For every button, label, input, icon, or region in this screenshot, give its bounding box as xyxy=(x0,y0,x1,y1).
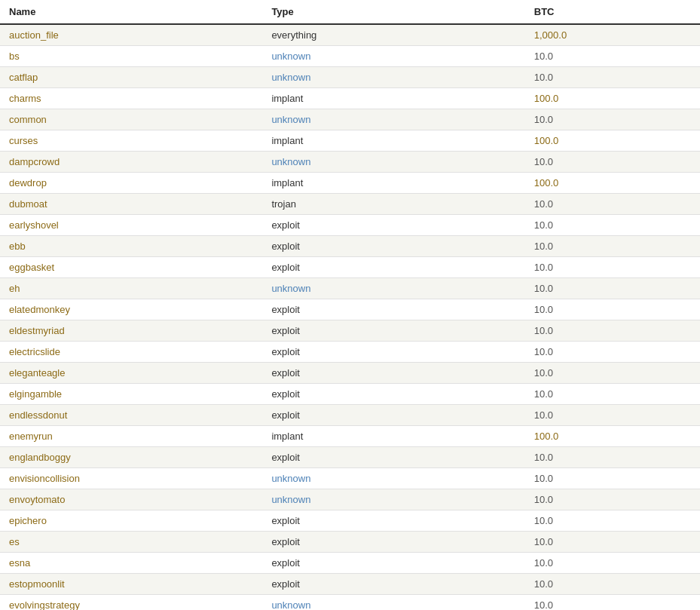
cell-type: exploit xyxy=(262,532,524,553)
cell-name: es xyxy=(0,532,262,553)
table-row[interactable]: earlyshovelexploit10.0 xyxy=(0,215,700,236)
column-header-type: Type xyxy=(262,0,524,24)
cell-type: implant xyxy=(262,88,524,109)
table-row[interactable]: charmsimplant100.0 xyxy=(0,88,700,109)
cell-btc: 10.0 xyxy=(525,109,700,130)
cell-name: elatedmonkey xyxy=(0,299,262,320)
cell-name: catflap xyxy=(0,67,262,88)
cell-name: auction_file xyxy=(0,24,262,46)
cell-type: exploit xyxy=(262,405,524,426)
cell-type: exploit xyxy=(262,342,524,363)
table-row[interactable]: eleganteagleexploit10.0 xyxy=(0,363,700,384)
cell-type: trojan xyxy=(262,194,524,215)
cell-name: ebb xyxy=(0,236,262,257)
cell-name: eldestmyriad xyxy=(0,320,262,342)
cell-btc: 100.0 xyxy=(525,130,700,152)
cell-btc: 10.0 xyxy=(525,342,700,363)
table-row[interactable]: enemyrunimplant100.0 xyxy=(0,426,700,447)
table-row[interactable]: dubmoattrojan10.0 xyxy=(0,194,700,215)
cell-btc: 10.0 xyxy=(525,532,700,553)
cell-type: exploit xyxy=(262,215,524,236)
data-table: Name Type BTC auction_fileeverything1,00… xyxy=(0,0,700,610)
table-row[interactable]: commonunknown10.0 xyxy=(0,109,700,130)
cell-btc: 10.0 xyxy=(525,215,700,236)
table-header-row: Name Type BTC xyxy=(0,0,700,24)
cell-name: common xyxy=(0,109,262,130)
cell-type: unknown xyxy=(262,595,524,611)
column-header-name: Name xyxy=(0,0,262,24)
table-row[interactable]: esnaexploit10.0 xyxy=(0,553,700,574)
cell-name: electricslide xyxy=(0,342,262,363)
table-row[interactable]: envoytomatounknown10.0 xyxy=(0,489,700,510)
table-row[interactable]: envisioncollisionunknown10.0 xyxy=(0,468,700,489)
table-row[interactable]: ebbexploit10.0 xyxy=(0,236,700,257)
cell-btc: 10.0 xyxy=(525,595,700,611)
table-row[interactable]: englandboggyexploit10.0 xyxy=(0,447,700,468)
cell-btc: 10.0 xyxy=(525,447,700,468)
table-row[interactable]: dewdropimplant100.0 xyxy=(0,173,700,194)
cell-type: exploit xyxy=(262,320,524,342)
cell-btc: 100.0 xyxy=(525,88,700,109)
table-row[interactable]: elgingambleexploit10.0 xyxy=(0,384,700,405)
table-row[interactable]: cursesimplant100.0 xyxy=(0,130,700,152)
cell-type: exploit xyxy=(262,257,524,278)
cell-type: unknown xyxy=(262,109,524,130)
cell-name: dewdrop xyxy=(0,173,262,194)
cell-name: estopmoonlit xyxy=(0,574,262,595)
cell-name: envisioncollision xyxy=(0,468,262,489)
cell-name: dampcrowd xyxy=(0,152,262,173)
cell-type: exploit xyxy=(262,510,524,532)
table-row[interactable]: catflapunknown10.0 xyxy=(0,67,700,88)
cell-btc: 10.0 xyxy=(525,320,700,342)
cell-name: endlessdonut xyxy=(0,405,262,426)
cell-btc: 10.0 xyxy=(525,405,700,426)
cell-name: esna xyxy=(0,553,262,574)
table-row[interactable]: epicheroexploit10.0 xyxy=(0,510,700,532)
table-row[interactable]: ehunknown10.0 xyxy=(0,278,700,299)
cell-type: unknown xyxy=(262,468,524,489)
cell-btc: 10.0 xyxy=(525,384,700,405)
cell-name: dubmoat xyxy=(0,194,262,215)
cell-name: elgingamble xyxy=(0,384,262,405)
cell-btc: 100.0 xyxy=(525,173,700,194)
table-row[interactable]: eldestmyriadexploit10.0 xyxy=(0,320,700,342)
table-row[interactable]: bsunknown10.0 xyxy=(0,46,700,67)
cell-type: unknown xyxy=(262,46,524,67)
cell-name: earlyshovel xyxy=(0,215,262,236)
table-row[interactable]: estopmoonlitexploit10.0 xyxy=(0,574,700,595)
cell-name: bs xyxy=(0,46,262,67)
cell-type: unknown xyxy=(262,489,524,510)
cell-btc: 10.0 xyxy=(525,152,700,173)
table-row[interactable]: endlessdonutexploit10.0 xyxy=(0,405,700,426)
cell-type: exploit xyxy=(262,363,524,384)
cell-type: implant xyxy=(262,130,524,152)
table-row[interactable]: evolvingstrategyunknown10.0 xyxy=(0,595,700,611)
table-row[interactable]: dampcrowdunknown10.0 xyxy=(0,152,700,173)
table-row[interactable]: esexploit10.0 xyxy=(0,532,700,553)
cell-type: everything xyxy=(262,24,524,46)
table-row[interactable]: auction_fileeverything1,000.0 xyxy=(0,24,700,46)
cell-btc: 10.0 xyxy=(525,510,700,532)
cell-btc: 10.0 xyxy=(525,468,700,489)
cell-type: exploit xyxy=(262,553,524,574)
table-row[interactable]: eggbasketexploit10.0 xyxy=(0,257,700,278)
cell-btc: 10.0 xyxy=(525,236,700,257)
cell-name: evolvingstrategy xyxy=(0,595,262,611)
table-row[interactable]: elatedmonkeyexploit10.0 xyxy=(0,299,700,320)
table-row[interactable]: electricslideexploit10.0 xyxy=(0,342,700,363)
cell-type: unknown xyxy=(262,152,524,173)
cell-btc: 10.0 xyxy=(525,46,700,67)
cell-btc: 10.0 xyxy=(525,257,700,278)
cell-type: exploit xyxy=(262,447,524,468)
cell-btc: 10.0 xyxy=(525,574,700,595)
cell-type: unknown xyxy=(262,278,524,299)
cell-type: exploit xyxy=(262,574,524,595)
cell-name: englandboggy xyxy=(0,447,262,468)
column-header-btc: BTC xyxy=(525,0,700,24)
cell-name: eggbasket xyxy=(0,257,262,278)
cell-btc: 10.0 xyxy=(525,363,700,384)
cell-name: envoytomato xyxy=(0,489,262,510)
cell-name: eh xyxy=(0,278,262,299)
cell-type: exploit xyxy=(262,384,524,405)
cell-type: exploit xyxy=(262,236,524,257)
